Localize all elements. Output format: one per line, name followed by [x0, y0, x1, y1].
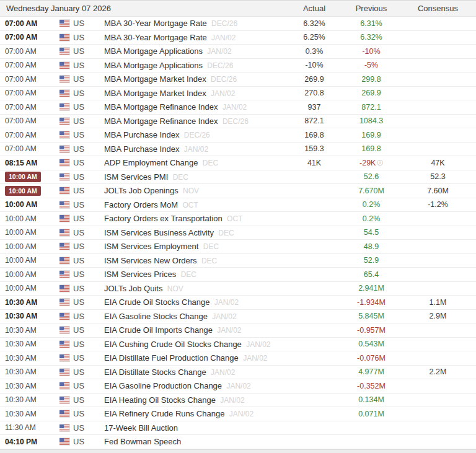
calendar-event-row[interactable]: 07:00 AM US MBA Mortgage Refinance Index… [0, 115, 476, 129]
event-name-link[interactable]: MBA 30-Year Mortgage Rate JAN/02 [104, 33, 286, 42]
event-title: EIA Gasoline Stocks Change [104, 312, 208, 321]
calendar-event-row[interactable]: 10:00 AM US ISM Services Employment DEC … [0, 240, 476, 254]
event-name-link[interactable]: MBA Purchase Index DEC/26 [104, 130, 286, 139]
actual-value: 937 [286, 103, 343, 112]
event-name-link[interactable]: ISM Services Employment DEC [104, 242, 286, 251]
event-period-label: JAN/02 [182, 145, 208, 154]
calendar-event-row[interactable]: 04:10 PM US Fed Bowman Speech [0, 435, 476, 449]
event-time: 10:00 AM [0, 200, 60, 209]
event-name-link[interactable]: EIA Crude Oil Stocks Change JAN/02 [104, 297, 286, 307]
calendar-event-row[interactable]: 07:00 AM US MBA Purchase Index DEC/26 16… [0, 128, 476, 143]
event-period-label: JAN/02 [215, 326, 242, 335]
country-code-label: US [73, 130, 84, 139]
event-country: US [60, 297, 104, 307]
event-name-link[interactable]: MBA Mortgage Refinance Index JAN/02 [104, 102, 286, 112]
event-name-link[interactable]: EIA Distillate Stocks Change JAN/02 [104, 367, 286, 377]
calendar-event-row[interactable]: 10:00 AM US Factory Orders ex Transporta… [0, 212, 476, 226]
calendar-event-row[interactable]: 07:00 AM US MBA Purchase Index JAN/02 15… [0, 143, 476, 157]
event-name-link[interactable]: MBA 30-Year Mortgage Rate DEC/26 [104, 19, 286, 28]
event-name-link[interactable]: MBA Mortgage Market Index DEC/26 [104, 74, 286, 84]
calendar-event-row[interactable]: 07:00 AM US MBA 30-Year Mortgage Rate JA… [0, 31, 476, 45]
actual-value: 41K [286, 159, 343, 167]
column-header-actual: Actual [286, 4, 343, 13]
event-time: 07:00 AM [0, 47, 60, 56]
event-name-link[interactable]: ISM Services Business Activity DEC [104, 228, 286, 237]
calendar-event-row[interactable]: 10:00 AM US ISM Services Business Activi… [0, 226, 476, 240]
event-name-link[interactable]: EIA Refinery Crude Runs Change JAN/02 [104, 409, 286, 418]
event-name-link[interactable]: 17-Week Bill Auction [104, 423, 286, 433]
revised-indicator-icon: ⓡ [377, 159, 383, 166]
country-code-label: US [73, 172, 84, 182]
consensus-value: 2.9M [400, 312, 476, 320]
event-name-link[interactable]: EIA Heating Oil Stocks Change JAN/02 [104, 395, 286, 405]
event-time: 04:10 PM [0, 438, 60, 446]
event-name-link[interactable]: MBA Mortgage Applications JAN/02 [104, 46, 286, 56]
next-section-divider [0, 449, 476, 453]
event-title: MBA Mortgage Refinance Index [104, 102, 218, 112]
calendar-event-row[interactable]: 07:00 AM US MBA Mortgage Market Index DE… [0, 73, 476, 87]
event-name-link[interactable]: ISM Services Prices DEC [104, 270, 286, 279]
previous-value: 65.4 [343, 270, 400, 279]
us-flag-icon [60, 341, 69, 348]
event-name-link[interactable]: MBA Mortgage Refinance Index DEC/26 [104, 117, 286, 126]
actual-value: 270.8 [286, 89, 343, 97]
event-name-link[interactable]: Factory Orders ex Transportation OCT [104, 214, 286, 223]
calendar-event-row[interactable]: 10:30 AM US EIA Heating Oil Stocks Chang… [0, 394, 476, 408]
calendar-event-row[interactable]: 10:30 AM US EIA Crude Oil Imports Change… [0, 323, 476, 338]
us-flag-icon [60, 327, 69, 333]
calendar-event-row[interactable]: 10:00 AM US ISM Services Prices DEC 65.4 [0, 268, 476, 282]
event-title: MBA Purchase Index [104, 144, 179, 154]
calendar-event-row[interactable]: 10:30 AM US EIA Gasoline Production Chan… [0, 379, 476, 394]
calendar-event-row[interactable]: 08:15 AM US ADP Employment Change DEC 41… [0, 156, 476, 170]
calendar-event-row[interactable]: 07:00 AM US MBA Mortgage Market Index JA… [0, 87, 476, 101]
calendar-event-row[interactable]: 07:00 AM US MBA Mortgage Refinance Index… [0, 100, 476, 115]
time-importance-badge: 10:00 AM [5, 172, 41, 182]
calendar-event-row[interactable]: 07:00 AM US MBA 30-Year Mortgage Rate DE… [0, 17, 476, 31]
event-title: JOLTs Job Quits [104, 284, 162, 293]
event-name-link[interactable]: ADP Employment Change DEC [104, 158, 286, 167]
event-period-label: NOV [165, 284, 183, 293]
calendar-event-row[interactable]: 10:30 AM US EIA Gasoline Stocks Change J… [0, 310, 476, 324]
us-flag-icon [60, 229, 69, 236]
event-name-link[interactable]: MBA Purchase Index JAN/02 [104, 144, 286, 154]
event-name-link[interactable]: JOLTs Job Quits NOV [104, 284, 286, 293]
event-name-link[interactable]: ISM Services PMI DEC [104, 172, 286, 182]
calendar-event-row[interactable]: 07:00 AM US MBA Mortgage Applications DE… [0, 59, 476, 73]
event-name-link[interactable]: MBA Mortgage Applications DEC/26 [104, 61, 286, 70]
event-title: EIA Crude Oil Imports Change [104, 325, 213, 335]
event-name-link[interactable]: ISM Services New Orders DEC [104, 256, 286, 265]
event-period-label: DEC/26 [205, 61, 233, 70]
event-name-link[interactable]: EIA Gasoline Stocks Change JAN/02 [104, 312, 286, 321]
calendar-event-row[interactable]: 07:00 AM US MBA Mortgage Applications JA… [0, 45, 476, 59]
event-time: 10:00 AM [0, 256, 60, 265]
calendar-event-row[interactable]: 10:30 AM US EIA Distillate Fuel Producti… [0, 351, 476, 366]
previous-value: 1084.3 [343, 117, 400, 125]
calendar-event-row[interactable]: 10:00 AM US Factory Orders MoM OCT 0.2% … [0, 198, 476, 213]
event-name-link[interactable]: EIA Cushing Crude Oil Stocks Change JAN/… [104, 340, 286, 349]
event-name-link[interactable]: Fed Bowman Speech [104, 437, 286, 446]
event-title: ISM Services Prices [104, 270, 176, 279]
calendar-event-row[interactable]: 10:00 AM US JOLTs Job Quits NOV 2.941M [0, 282, 476, 296]
event-time: 10:00 AM [0, 186, 60, 196]
event-country: US [60, 409, 104, 418]
event-name-link[interactable]: EIA Distillate Fuel Production Change JA… [104, 353, 286, 363]
event-name-link[interactable]: EIA Gasoline Production Change JAN/02 [104, 381, 286, 390]
calendar-event-row[interactable]: 11:30 AM US 17-Week Bill Auction [0, 421, 476, 436]
event-time: 11:30 AM [0, 423, 60, 432]
calendar-event-row[interactable]: 10:30 AM US EIA Distillate Stocks Change… [0, 366, 476, 380]
event-name-link[interactable]: JOLTs Job Openings NOV [104, 186, 286, 195]
calendar-event-row[interactable]: 10:00 AM US ISM Services New Orders DEC … [0, 254, 476, 268]
consensus-value: 1.1M [400, 298, 476, 307]
calendar-event-row[interactable]: 10:00 AM US ISM Services PMI DEC 52.6 52… [0, 170, 476, 185]
event-name-link[interactable]: Factory Orders MoM OCT [104, 200, 286, 209]
calendar-event-row[interactable]: 10:30 AM US EIA Cushing Crude Oil Stocks… [0, 338, 476, 352]
event-period-label: OCT [180, 201, 198, 209]
actual-value: 872.1 [286, 117, 343, 125]
event-name-link[interactable]: MBA Mortgage Market Index JAN/02 [104, 89, 286, 98]
event-name-link[interactable]: EIA Crude Oil Imports Change JAN/02 [104, 325, 286, 335]
calendar-event-row[interactable]: 10:30 AM US EIA Refinery Crude Runs Chan… [0, 407, 476, 421]
calendar-event-row[interactable]: 10:30 AM US EIA Crude Oil Stocks Change … [0, 296, 476, 310]
event-country: US [60, 325, 104, 335]
calendar-event-row[interactable]: 10:00 AM US JOLTs Job Openings NOV 7.670… [0, 184, 476, 198]
event-period-label: DEC/26 [182, 131, 209, 139]
